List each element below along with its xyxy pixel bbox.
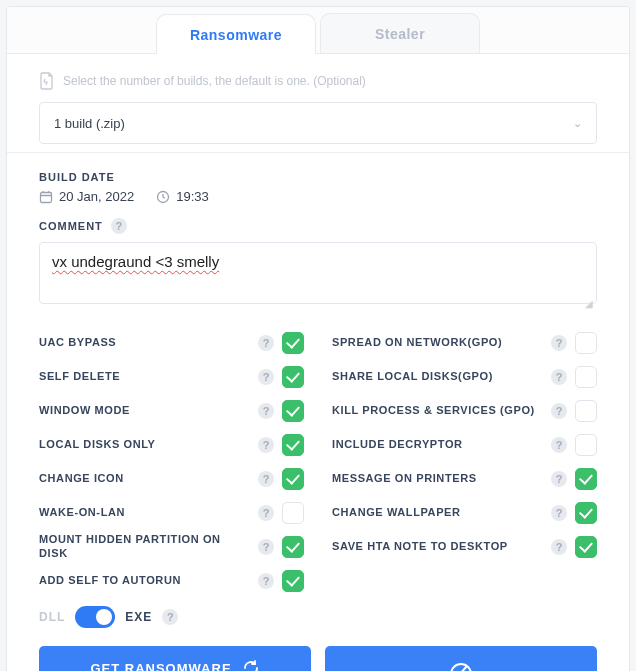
option-checkbox[interactable] [575,366,597,388]
get-ransomware-button[interactable]: GET RANSOMWARE [39,646,311,671]
option-checkbox[interactable] [282,366,304,388]
option-left-6: MOUNT HIDDEN PARTITION ON DISK? [39,530,304,564]
speed-button[interactable] [325,646,597,671]
option-checkbox[interactable] [282,434,304,456]
tabs: Ransomware Stealer [7,7,629,54]
option-checkbox[interactable] [282,400,304,422]
options-grid: UAC BYPASS?SPREAD ON NETWORK(GPO)?SELF D… [39,326,597,598]
option-label: MESSAGE ON PRINTERS [332,472,543,486]
build-time: 19:33 [156,189,209,204]
option-checkbox[interactable] [575,434,597,456]
chevron-down-icon: ⌄ [573,117,582,130]
builds-hint-row: Select the number of builds, the default… [39,72,597,90]
builds-select[interactable]: 1 build (.zip) ⌄ [39,102,597,144]
help-icon[interactable]: ? [258,335,274,351]
refresh-icon [242,659,260,671]
help-icon[interactable]: ? [258,369,274,385]
option-label: MOUNT HIDDEN PARTITION ON DISK [39,533,250,561]
help-icon[interactable]: ? [111,218,127,234]
option-checkbox[interactable] [575,400,597,422]
builds-selected-value: 1 build (.zip) [54,116,125,131]
option-label: LOCAL DISKS ONLY [39,438,250,452]
option-checkbox[interactable] [575,536,597,558]
help-icon[interactable]: ? [551,335,567,351]
format-toggle[interactable] [75,606,115,628]
help-icon[interactable]: ? [551,437,567,453]
option-checkbox[interactable] [575,502,597,524]
option-label: WINDOW MODE [39,404,250,418]
help-icon[interactable]: ? [551,539,567,555]
option-label: SAVE HTA NOTE TO DESKTOP [332,540,543,554]
option-label: CHANGE ICON [39,472,250,486]
calendar-icon [39,190,53,204]
help-icon[interactable]: ? [551,403,567,419]
option-left-5: WAKE-ON-LAN? [39,496,304,530]
option-left-0: UAC BYPASS? [39,326,304,360]
help-icon[interactable]: ? [258,437,274,453]
get-ransomware-label: GET RANSOMWARE [90,661,231,672]
format-exe-label: EXE [125,610,152,624]
build-date-label: BUILD DATE [39,171,597,183]
option-checkbox[interactable] [575,468,597,490]
build-date: 20 Jan, 2022 [39,189,134,204]
option-left-4: CHANGE ICON? [39,462,304,496]
option-label: KILL PROCESS & SERVICES (GPO) [332,404,543,418]
option-checkbox[interactable] [575,332,597,354]
option-right-6: SAVE HTA NOTE TO DESKTOP? [332,530,597,564]
tab-stealer[interactable]: Stealer [320,13,480,53]
option-right-5: CHANGE WALLPAPER? [332,496,597,530]
option-right-0: SPREAD ON NETWORK(GPO)? [332,326,597,360]
option-label: INCLUDE DECRYPTOR [332,438,543,452]
comment-label: COMMENT [39,220,103,232]
svg-rect-0 [41,192,52,202]
option-label: WAKE-ON-LAN [39,506,250,520]
option-checkbox[interactable] [282,502,304,524]
build-time-value: 19:33 [176,189,209,204]
option-label: ADD SELF TO AUTORUN [39,574,250,588]
format-dll-label: DLL [39,610,65,624]
help-icon[interactable]: ? [258,471,274,487]
option-label: SELF DELETE [39,370,250,384]
help-icon[interactable]: ? [258,403,274,419]
zip-file-icon [39,72,55,90]
builds-hint: Select the number of builds, the default… [63,74,366,88]
help-icon[interactable]: ? [258,573,274,589]
option-left-2: WINDOW MODE? [39,394,304,428]
build-date-value: 20 Jan, 2022 [59,189,134,204]
option-label: UAC BYPASS [39,336,250,350]
help-icon[interactable]: ? [551,471,567,487]
gauge-icon [448,659,474,671]
option-label: SHARE LOCAL DISKS(GPO) [332,370,543,384]
option-left-7: ADD SELF TO AUTORUN? [39,564,304,598]
output-format-toggle: DLL EXE ? [39,606,597,628]
help-icon[interactable]: ? [258,505,274,521]
option-left-3: LOCAL DISKS ONLY? [39,428,304,462]
option-right-4: MESSAGE ON PRINTERS? [332,462,597,496]
option-left-1: SELF DELETE? [39,360,304,394]
option-label: CHANGE WALLPAPER [332,506,543,520]
option-checkbox[interactable] [282,536,304,558]
option-checkbox[interactable] [282,332,304,354]
comment-input[interactable] [39,242,597,304]
help-icon[interactable]: ? [258,539,274,555]
help-icon[interactable]: ? [162,609,178,625]
help-icon[interactable]: ? [551,505,567,521]
option-checkbox[interactable] [282,468,304,490]
option-right-1: SHARE LOCAL DISKS(GPO)? [332,360,597,394]
tab-ransomware[interactable]: Ransomware [156,14,316,54]
option-label: SPREAD ON NETWORK(GPO) [332,336,543,350]
option-checkbox[interactable] [282,570,304,592]
option-right-2: KILL PROCESS & SERVICES (GPO)? [332,394,597,428]
help-icon[interactable]: ? [551,369,567,385]
clock-icon [156,190,170,204]
option-right-3: INCLUDE DECRYPTOR? [332,428,597,462]
